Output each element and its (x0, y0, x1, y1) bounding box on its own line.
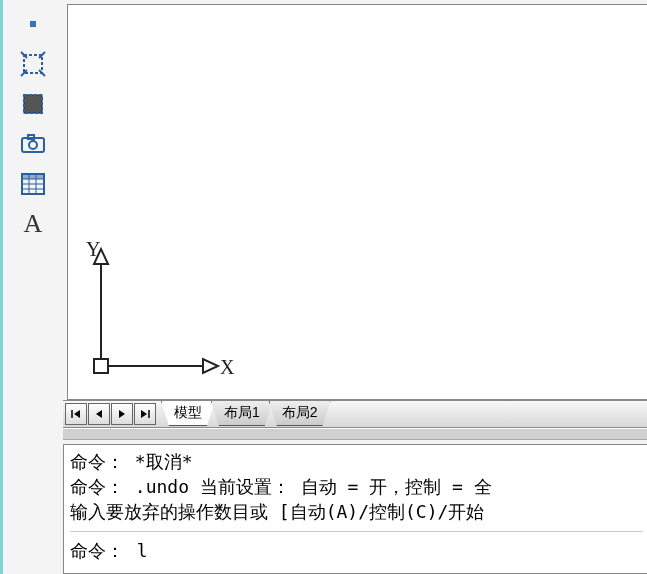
cmd-line-1: 命令： *取消* (70, 449, 643, 474)
layout-tabs: 模型 布局1 布局2 (161, 401, 327, 427)
tool-table-icon[interactable] (15, 166, 51, 202)
nav-next-button[interactable] (111, 403, 133, 425)
resize-splitter[interactable] (63, 428, 647, 440)
tool-text-icon[interactable]: A (15, 206, 51, 242)
nav-last-button[interactable] (134, 403, 156, 425)
svg-marker-24 (96, 410, 102, 418)
tool-point-icon[interactable] (15, 6, 51, 42)
svg-marker-19 (203, 359, 218, 373)
svg-marker-26 (141, 410, 147, 418)
command-history: 命令： *取消* 命令： .undo 当前设置： 自动 = 开，控制 = 全 输… (70, 449, 643, 525)
tab-model[interactable]: 模型 (161, 401, 215, 426)
cmd-line-2: 命令： .undo 当前设置： 自动 = 开，控制 = 全 (70, 474, 643, 499)
svg-marker-25 (119, 410, 125, 418)
cmd-separator (70, 531, 643, 532)
tool-limits-filled-icon[interactable] (15, 86, 51, 122)
command-input[interactable] (135, 539, 643, 562)
tab-layout2[interactable]: 布局2 (269, 401, 331, 426)
svg-line-4 (39, 70, 45, 76)
drawing-canvas[interactable]: Y X (67, 4, 647, 400)
cmd-line-3: 输入要放弃的操作数目或 [自动(A)/控制(C)/开始 (70, 499, 643, 524)
command-input-line: 命令： (70, 538, 643, 563)
svg-point-8 (29, 141, 37, 149)
left-toolbar: A (3, 0, 63, 574)
main-area: Y X (63, 0, 647, 574)
nav-prev-button[interactable] (88, 403, 110, 425)
tool-limits-icon[interactable] (15, 46, 51, 82)
svg-rect-5 (24, 95, 42, 113)
tab-layout1[interactable]: 布局1 (211, 401, 273, 426)
svg-rect-11 (22, 174, 44, 179)
app-root: A Y X (0, 0, 647, 574)
svg-marker-23 (74, 410, 80, 418)
svg-marker-21 (94, 249, 108, 264)
svg-rect-17 (94, 359, 108, 373)
nav-first-button[interactable] (65, 403, 87, 425)
command-prompt: 命令： (70, 538, 124, 563)
tab-bar: 模型 布局1 布局2 (63, 400, 647, 428)
ucs-icon (88, 219, 248, 379)
command-panel: 命令： *取消* 命令： .undo 当前设置： 自动 = 开，控制 = 全 输… (63, 444, 647, 574)
tool-camera-icon[interactable] (15, 126, 51, 162)
